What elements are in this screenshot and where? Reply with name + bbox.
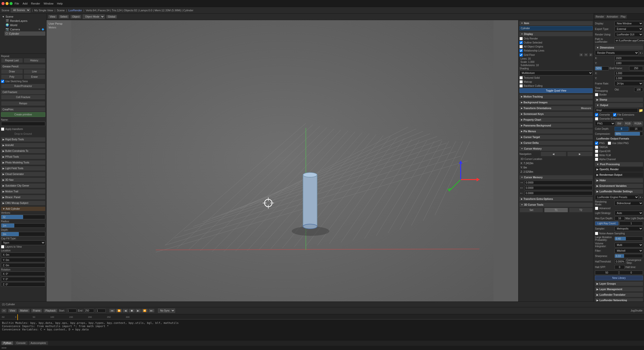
- path-input[interactable]: [615, 38, 644, 43]
- frp-tab-play[interactable]: Play: [619, 15, 627, 19]
- view-timeline-btn[interactable]: View: [8, 309, 17, 313]
- menu-window[interactable]: Window: [44, 2, 53, 5]
- background-images-title[interactable]: ▶ Background Images: [519, 100, 593, 105]
- tool-section-header[interactable]: ▶ Suicidator City Gener: [1, 184, 45, 188]
- filter-select[interactable]: Mitchell: [615, 248, 643, 253]
- textured-solid-checkbox[interactable]: [519, 76, 523, 79]
- tool-section-header[interactable]: ▶ AnimAll: [1, 143, 45, 147]
- browse-icon[interactable]: 📁: [639, 108, 643, 112]
- advanced-checkbox[interactable]: [595, 207, 598, 210]
- set-btn[interactable]: Set: [519, 208, 543, 212]
- property-chart-title[interactable]: ▶ Property Chart: [519, 118, 593, 122]
- select-menu-btn[interactable]: Select: [59, 15, 69, 19]
- pie-menus-title[interactable]: ▶ Pie Menus: [519, 129, 593, 134]
- render-presets-select[interactable]: Render Presets: [595, 51, 639, 55]
- window-controls[interactable]: [2, 2, 13, 5]
- lux-output-title[interactable]: LuxRender Output Formats: [595, 137, 643, 141]
- output-path-input[interactable]: [595, 108, 638, 112]
- history-btn[interactable]: History:: [24, 58, 46, 63]
- presets-add-icon[interactable]: +: [639, 51, 641, 55]
- tool-section-header[interactable]: ▶ Light Field Tools: [1, 166, 45, 170]
- add-marker-btn[interactable]: +: [2, 309, 7, 313]
- end-frame-input[interactable]: [629, 66, 643, 70]
- depth-slider[interactable]: 2m: [1, 232, 45, 236]
- res-x-input[interactable]: [615, 56, 644, 60]
- display-section-title[interactable]: ▼ Display: [519, 32, 593, 36]
- global-btn[interactable]: Global: [106, 15, 117, 19]
- end-frame-timeline[interactable]: [84, 309, 94, 313]
- halt-spp-input[interactable]: [615, 265, 625, 269]
- autocomplete-tab[interactable]: Autocomplete: [29, 341, 48, 345]
- motion-tracking-title[interactable]: ▶ Motion Tracking: [519, 95, 593, 99]
- large-mutation-slider[interactable]: 0.40: [615, 237, 643, 241]
- volume-integrator-select[interactable]: Multi: [615, 243, 643, 247]
- cursor-tools-title[interactable]: ▼ 3D Cursor Tools: [519, 203, 593, 207]
- num50-input[interactable]: [595, 271, 619, 275]
- overwrite-checkbox[interactable]: [595, 113, 598, 116]
- post-processing-title[interactable]: ▼ Post Processing: [595, 162, 643, 166]
- sync-mode-select[interactable]: No Sync: [158, 309, 175, 313]
- use-sketching-checkbox[interactable]: [1, 80, 4, 83]
- export-type-select[interactable]: External: [615, 27, 643, 31]
- outliner-item-cylinder[interactable]: ⬡ Cylinder: [5, 31, 45, 36]
- lux-translator-title[interactable]: ▶ LuxRender Translator: [595, 293, 643, 297]
- grid-x-btn[interactable]: X: [579, 53, 583, 57]
- outliner-item-camera[interactable]: 📷 Camera 👁 🔷: [5, 27, 45, 31]
- location-y[interactable]: Y: 0m: [1, 258, 45, 262]
- creaseprim-header[interactable]: CreaPrim:: [1, 107, 45, 112]
- grease-pencil-header[interactable]: Grease Pencil:: [1, 64, 45, 69]
- compression-slider[interactable]: 90%: [615, 132, 643, 136]
- layer-management-title[interactable]: ▶ Layer Management: [595, 287, 643, 291]
- relationship-lines-checkbox[interactable]: [519, 49, 523, 52]
- grid-floor-checkbox[interactable]: [519, 53, 523, 57]
- res-y-input[interactable]: [615, 61, 644, 65]
- rotation-z[interactable]: Z: 0°: [1, 282, 45, 287]
- targa-checkbox[interactable]: [595, 146, 598, 149]
- draw-btn[interactable]: Draw: [1, 69, 23, 74]
- new-library-btn[interactable]: New Library: [595, 276, 643, 280]
- rendering-mode-select[interactable]: Bidirectional: [615, 201, 643, 206]
- png-out-checkbox[interactable]: [595, 142, 598, 145]
- name-input[interactable]: [1, 122, 45, 126]
- tool-section-header[interactable]: ▶ Btrace: Panel: [1, 195, 45, 199]
- light-strategy-select[interactable]: Auto: [615, 211, 643, 215]
- marker-btn[interactable]: Marker: [18, 309, 30, 313]
- toggle-quad-view-btn[interactable]: Toggle Quad View: [519, 88, 593, 93]
- object-menu-btn[interactable]: Object: [70, 15, 81, 19]
- backface-culling-checkbox[interactable]: [519, 84, 523, 88]
- cursor-target-title[interactable]: ▶ Cursor Target: [519, 135, 593, 139]
- pct-slider[interactable]: 50%: [595, 66, 609, 70]
- play-back-btn[interactable]: ◀: [123, 309, 128, 313]
- jump-end-btn[interactable]: ⏭: [148, 309, 154, 313]
- bw-btn[interactable]: BW: [616, 121, 623, 126]
- menu-render[interactable]: Render: [31, 2, 40, 5]
- current-frame-input[interactable]: [96, 309, 106, 313]
- file-ext-checkbox[interactable]: [613, 113, 616, 116]
- frame-btn[interactable]: Frame: [31, 309, 42, 313]
- rotation-x[interactable]: X: 0°: [1, 272, 45, 276]
- location-z[interactable]: Z: 0m: [1, 263, 45, 268]
- tool-section-header[interactable]: ▶ CMU Mocap Subject: [1, 201, 45, 205]
- memory-val3[interactable]: 0.0000: [525, 191, 593, 195]
- step-back-btn[interactable]: ⏪: [116, 309, 122, 313]
- outline-selected-checkbox[interactable]: [519, 41, 523, 44]
- color-depth-val[interactable]: 8: [615, 127, 628, 131]
- tool-section-header[interactable]: ▶ PFluid Tools: [1, 155, 45, 159]
- tool-section-header[interactable]: ▶ Bullet Constraints To: [1, 149, 45, 153]
- opengl-render-title[interactable]: ▶ OpenGL Render: [595, 167, 643, 171]
- lux-networking-title[interactable]: ▶ LuxRender Networking: [595, 298, 643, 301]
- location-x[interactable]: X: 0m: [1, 252, 45, 257]
- rgba-btn[interactable]: RGBA: [633, 121, 643, 126]
- python-tab[interactable]: Python: [2, 341, 13, 345]
- sampler-select[interactable]: Metropolis: [615, 226, 643, 231]
- light-ray-count-btn[interactable]: Light Ray Count:: [595, 221, 619, 226]
- radius-slider[interactable]: 1m: [1, 223, 45, 228]
- rotation-y[interactable]: Y: 0°: [1, 277, 45, 281]
- close-button[interactable]: [2, 2, 5, 5]
- menu-add[interactable]: Add: [23, 2, 28, 5]
- engine-add-icon[interactable]: +: [639, 196, 641, 199]
- view-menu-btn[interactable]: View: [48, 15, 57, 19]
- menu-help[interactable]: Help: [57, 2, 63, 5]
- t1-btn[interactable]: T1: [544, 208, 568, 212]
- hider-title[interactable]: ▶ Hider: [595, 178, 643, 183]
